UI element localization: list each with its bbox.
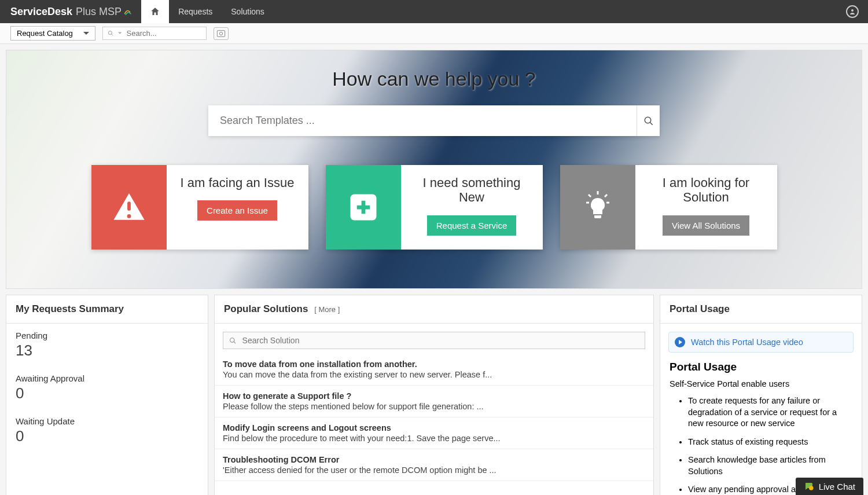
svg-point-5 (645, 117, 651, 123)
request-catalog-dropdown[interactable]: Request Catalog (10, 26, 95, 41)
play-icon (675, 337, 685, 347)
sub-toolbar: Request Catalog (0, 23, 868, 44)
portal-bullet: Search knowledge base articles from Solu… (688, 454, 852, 477)
request-service-button[interactable]: Request a Service (427, 215, 517, 236)
svg-line-10 (605, 195, 607, 197)
solution-item[interactable]: Modify Login screens and Logout screens … (215, 417, 653, 449)
solution-title: Troubleshooting DCOM Error (223, 455, 645, 464)
portal-usage-panel: Portal Usage Watch this Portal Usage vid… (660, 295, 862, 495)
dashboard-columns: My Requests Summary Pending 13 Awaiting … (6, 295, 862, 495)
svg-point-13 (230, 338, 234, 342)
brand-logo: ServiceDesk Plus MSP (0, 6, 141, 18)
portal-heading: Portal Usage (660, 295, 862, 324)
search-icon (108, 30, 113, 37)
plus-icon (326, 165, 401, 250)
portal-video-link[interactable]: Watch this Portal Usage video (691, 338, 803, 347)
card-issue: I am facing an Issue Create an Issue (91, 165, 308, 250)
solution-desc: You can move the data from the existing … (223, 370, 645, 379)
solution-item[interactable]: To move data from one installation from … (215, 354, 653, 386)
solution-title: Modify Login screens and Logout screens (223, 423, 645, 432)
template-search (208, 105, 660, 136)
nav-requests[interactable]: Requests (169, 7, 222, 16)
popular-heading-text: Popular Solutions (224, 303, 308, 314)
summary-label: Pending (16, 331, 198, 340)
brand-name-light: Plus MSP (76, 6, 122, 18)
home-icon (150, 6, 160, 17)
solution-item[interactable]: Troubleshooting DCOM Error 'Either acces… (215, 449, 653, 481)
global-search-input[interactable] (127, 29, 201, 38)
chat-icon (804, 481, 814, 492)
hero-banner: How can we help you ? I am facing an Iss… (6, 50, 862, 289)
hero-title: How can we help you ? (6, 68, 862, 90)
card-service: I need something New Request a Service (326, 165, 543, 250)
solution-desc: Find below the procedure to meet with yo… (223, 434, 645, 443)
catalog-label: Request Catalog (17, 29, 73, 38)
portal-bullet: Track status of existing requests (688, 437, 852, 448)
scan-button[interactable] (214, 27, 229, 40)
svg-point-0 (851, 9, 854, 12)
svg-rect-3 (217, 30, 225, 36)
global-search[interactable] (102, 27, 207, 40)
svg-point-1 (108, 31, 112, 35)
view-solutions-button[interactable]: View All Solutions (663, 215, 749, 236)
summary-value: 13 (16, 342, 198, 360)
lightbulb-icon (560, 165, 635, 250)
svg-line-6 (650, 122, 653, 125)
popular-solutions-panel: Popular Solutions [ More ] To move data … (214, 295, 654, 495)
portal-bullet: To create requests for any failure or de… (688, 395, 852, 430)
popular-more-link[interactable]: [ More ] (314, 305, 340, 314)
summary-label: Awaiting Approval (16, 373, 198, 383)
card-solution-title: I am looking for Solution (646, 175, 767, 205)
summary-value: 0 (16, 384, 198, 402)
solution-search-input[interactable] (242, 336, 639, 345)
card-solution: I am looking for Solution View All Solut… (560, 165, 777, 250)
summary-value: 0 (16, 427, 198, 445)
portal-subheading: Portal Usage (670, 361, 852, 373)
solution-title: How to generate a Support file ? (223, 391, 645, 401)
my-requests-heading: My Requests Summary (6, 295, 208, 324)
portal-video-callout: Watch this Portal Usage video (668, 332, 854, 353)
portal-body: Portal Usage Self-Service Portal enable … (660, 361, 862, 495)
card-service-title: I need something New (411, 175, 532, 205)
svg-line-2 (111, 34, 113, 36)
solution-search (223, 332, 645, 349)
search-icon (643, 116, 654, 126)
nav-solutions[interactable]: Solutions (222, 7, 274, 16)
chevron-down-icon (83, 32, 89, 35)
svg-line-9 (589, 195, 591, 197)
chevron-down-icon (118, 32, 122, 35)
home-tab[interactable] (141, 0, 169, 23)
create-issue-button[interactable]: Create an Issue (197, 200, 277, 221)
portal-intro: Self-Service Portal enable users (670, 379, 852, 388)
popular-heading: Popular Solutions [ More ] (215, 295, 653, 324)
solution-item[interactable]: How to generate a Support file ? Please … (215, 386, 653, 417)
brand-name-bold: ServiceDesk (10, 6, 72, 18)
template-search-button[interactable] (637, 105, 660, 136)
summary-awaiting-approval[interactable]: Awaiting Approval 0 (6, 366, 208, 409)
solution-desc: 'Either access denied for the user or th… (223, 465, 645, 475)
action-cards: I am facing an Issue Create an Issue I n… (6, 165, 862, 267)
live-chat-button[interactable]: Live Chat (796, 478, 863, 495)
summary-label: Waiting Update (16, 416, 198, 426)
live-chat-label: Live Chat (819, 482, 855, 492)
summary-waiting-update[interactable]: Waiting Update 0 (6, 409, 208, 452)
search-icon (229, 337, 237, 344)
solution-title: To move data from one installation from … (223, 360, 645, 369)
svg-line-14 (234, 342, 236, 343)
card-issue-title: I am facing an Issue (177, 175, 298, 190)
summary-pending[interactable]: Pending 13 (6, 324, 208, 366)
scan-icon (216, 30, 226, 38)
user-avatar[interactable] (846, 5, 859, 18)
svg-point-4 (219, 32, 222, 35)
solution-desc: Please follow the steps mentioned below … (223, 402, 645, 411)
template-search-input[interactable] (208, 105, 637, 136)
svg-point-15 (809, 486, 814, 490)
top-nav: ServiceDesk Plus MSP Requests Solutions (0, 0, 868, 23)
brand-swoosh-icon (123, 8, 131, 16)
user-icon (849, 8, 856, 15)
warning-icon (91, 165, 167, 250)
my-requests-panel: My Requests Summary Pending 13 Awaiting … (6, 295, 208, 495)
